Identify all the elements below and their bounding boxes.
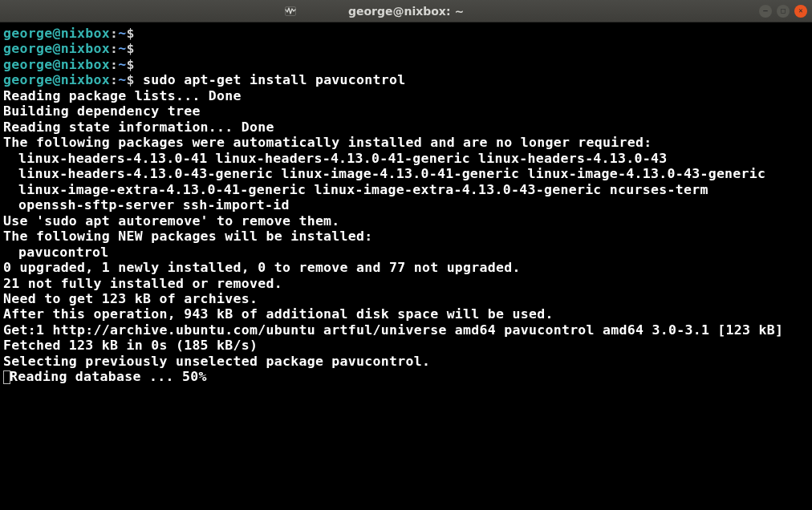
prompt-line-with-cmd: george@nixbox:~$ sudo apt-get install pa… [3, 72, 809, 87]
output-line: Building dependency tree [3, 103, 809, 119]
prompt-user: george@nixbox [3, 41, 110, 56]
window-title: george@nixbox: ~ [348, 5, 464, 18]
output-line: 21 not fully installed or removed. [3, 276, 809, 291]
output-line: Reading package lists... Done [3, 88, 809, 103]
app-icon [285, 6, 296, 16]
output-line: Fetched 123 kB in 0s (185 kB/s) [3, 338, 809, 353]
output-line: Use 'sudo apt autoremove' to remove them… [3, 213, 809, 229]
window-controls: – □ ✕ [759, 5, 807, 18]
prompt-path: ~ [118, 26, 126, 41]
output-line: linux-image-extra-4.13.0-41-generic linu… [3, 182, 809, 197]
output-progress-text: Reading database ... 50% [10, 369, 207, 384]
output-indent: pavucontrol [3, 245, 109, 260]
command-text: sudo apt-get install pavucontrol [143, 72, 405, 87]
prompt-symbol: $ [127, 72, 135, 87]
output-indent: linux-headers-4.13.0-43-generic linux-im… [3, 166, 765, 181]
prompt-line: george@nixbox:~$ [3, 57, 809, 72]
output-line: Reading state information... Done [3, 119, 809, 135]
output-line: After this operation, 943 kB of addition… [3, 306, 809, 322]
prompt-symbol: $ [127, 57, 135, 72]
prompt-user: george@nixbox [3, 26, 110, 41]
output-line: openssh-sftp-server ssh-import-id [3, 197, 809, 212]
output-line: The following packages were automaticall… [3, 135, 809, 150]
output-line: linux-headers-4.13.0-43-generic linux-im… [3, 166, 809, 181]
maximize-button[interactable]: □ [777, 5, 790, 18]
prompt-line: george@nixbox:~$ [3, 26, 809, 41]
prompt-user: george@nixbox [3, 57, 110, 72]
minimize-button[interactable]: – [759, 5, 772, 18]
prompt-path: ~ [118, 57, 126, 72]
titlebar: george@nixbox: ~ – □ ✕ [0, 0, 812, 22]
prompt-path: ~ [118, 41, 126, 56]
close-button[interactable]: ✕ [794, 5, 807, 18]
output-line: linux-headers-4.13.0-41 linux-headers-4.… [3, 151, 809, 166]
output-indent: linux-headers-4.13.0-41 linux-headers-4.… [3, 151, 667, 166]
prompt-sep: : [110, 57, 118, 72]
output-progress-line: Reading database ... 50% [3, 369, 809, 384]
output-line: The following NEW packages will be insta… [3, 229, 809, 244]
prompt-symbol: $ [127, 41, 135, 56]
prompt-sep: : [110, 26, 118, 41]
output-line: Selecting previously unselected package … [3, 354, 809, 369]
prompt-sep: : [110, 41, 118, 56]
output-line: 0 upgraded, 1 newly installed, 0 to remo… [3, 260, 809, 275]
output-line: Need to get 123 kB of archives. [3, 291, 809, 306]
prompt-line: george@nixbox:~$ [3, 41, 809, 56]
prompt-path: ~ [118, 72, 126, 87]
prompt-user: george@nixbox [3, 72, 110, 87]
output-indent: openssh-sftp-server ssh-import-id [3, 197, 290, 212]
output-indent: linux-image-extra-4.13.0-41-generic linu… [3, 182, 708, 197]
prompt-sep: : [110, 72, 118, 87]
terminal-body[interactable]: george@nixbox:~$ george@nixbox:~$ george… [0, 22, 812, 388]
output-line: pavucontrol [3, 245, 809, 260]
prompt-symbol: $ [127, 26, 135, 41]
output-line: Get:1 http://archive.ubuntu.com/ubuntu a… [3, 322, 809, 338]
